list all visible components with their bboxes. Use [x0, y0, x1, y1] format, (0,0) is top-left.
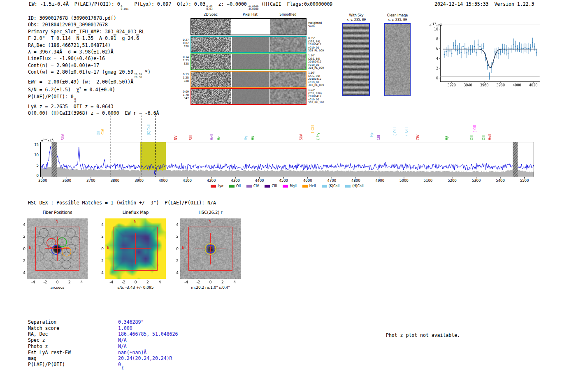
line-label-OIII: OIII	[482, 135, 486, 140]
spec2d-fiber-row-frame	[190, 36, 307, 53]
line-label-CIII: CIII	[377, 135, 381, 140]
cutout-ytick: 2	[17, 234, 26, 239]
main-xtick: 4600	[301, 179, 315, 183]
legend-swatch	[345, 185, 351, 188]
line-label-Hε: Hε	[217, 136, 221, 140]
clean-image-canvas	[385, 24, 410, 95]
match-row-7: P(LAE)/P(OII)000	[28, 360, 123, 371]
cutout-xtick: -4	[30, 280, 37, 284]
legend-swatch	[246, 185, 252, 188]
main-xtick: 4800	[349, 179, 363, 183]
info-line-5: λ = 3967.34Å σ = 3.98(±1.02)Å	[28, 49, 159, 55]
lineflux-east-label: E	[107, 246, 109, 250]
clean-image-frame	[384, 23, 411, 96]
clean-image-title: Clean Image	[383, 14, 412, 17]
fiber-positions-canvas	[27, 218, 88, 279]
main-xtick: 3800	[108, 179, 122, 183]
line-label-CIII: { CIII	[311, 125, 315, 134]
clean-image-coords: x, y: 235, 89	[383, 18, 412, 21]
legend-item: (H)CaII	[345, 184, 363, 188]
line-label-SiIV: SiIV	[300, 134, 303, 140]
cutout-ytick: 2	[170, 234, 179, 239]
weighted-sum-label: Weighted Sum	[308, 21, 322, 28]
line-label-OIII: OIII	[470, 135, 474, 140]
weighted-sum-line1: Weighted	[308, 21, 322, 25]
cutout-xtick: 4	[156, 280, 163, 284]
with-sky-coords: x, y: 235, 89	[341, 18, 371, 21]
main-xtick: 4900	[373, 179, 387, 183]
spec2d-header-2dspec: 2D Spec	[190, 13, 231, 16]
main-xtick: 5000	[397, 179, 411, 183]
line-label-OIII: { OIII	[393, 128, 397, 136]
cutout-xtick: 0	[54, 280, 61, 284]
legend-swatch	[211, 185, 216, 188]
lineflux-map-canvas	[105, 218, 166, 279]
line-label-Hβ: Hβ	[445, 136, 449, 140]
match-value: 20.24(20.24,20.24)R	[118, 355, 172, 361]
line-label-Hγ: Hγ	[244, 136, 248, 140]
line-legend: LyαOIICIVCIIIMgIIHeII(K)CaII(H)CaII	[40, 184, 534, 188]
cutout-ytick: 2	[95, 234, 104, 239]
legend-item: CIII	[265, 184, 277, 188]
legend-item: (K)CaII	[322, 184, 340, 188]
cutout-xtick: -2	[120, 280, 127, 284]
line-label-Hδ: Hδ	[251, 136, 255, 140]
match-value: 000	[118, 362, 123, 367]
cutout-ytick: -2	[170, 259, 179, 263]
with-sky-frame	[342, 23, 370, 96]
info-line-9: EWr = -2.00(±0.49) (w: -2.00(±0.50))Å	[28, 79, 159, 85]
fiber-row-annotation: 0.35"(235, 89)20180412v019_01303_RL_009	[308, 37, 324, 52]
cutout-ytick: -4	[95, 271, 104, 275]
cutout-xtick: 2	[66, 280, 73, 284]
main-xtick: 5100	[421, 179, 435, 183]
fit-plot-unit-label: e-17x2Å	[430, 22, 442, 27]
match-label: P(LAE)/P(OII)	[28, 362, 118, 367]
line-label-OII: OII	[97, 131, 100, 135]
sup-sub-stack: 0.030.03	[206, 5, 212, 11]
spec2d-fiber-canvas	[191, 72, 306, 87]
line-label-Hγ: { Hγ	[316, 133, 320, 140]
legend-swatch	[265, 185, 270, 188]
info-line-12: LyA z = 2.2635 OII z = 0.0643	[28, 103, 159, 110]
info-line-8: Cont(w) = 2.80(±0.01)e-17 (gmag 20.5920.…	[28, 69, 159, 79]
line-label-HeII: HeII	[488, 134, 492, 140]
info-line-1: Obs: 20180412v019_3090017678	[28, 21, 159, 28]
legend-swatch	[283, 185, 288, 188]
fiber-row-weights: 0.091.78347	[177, 90, 189, 100]
main-xtick: 3900	[132, 179, 146, 183]
cutout-xtick: 4	[231, 280, 238, 284]
cutout-ytick: 0	[17, 247, 26, 251]
match-value: 186.466785, 51.048626	[118, 331, 178, 337]
main-xtick: 4000	[156, 179, 170, 183]
legend-item: Lyα	[211, 184, 223, 188]
spec2d-weighted-row-frame	[190, 18, 307, 35]
hsc-east-label: E	[182, 246, 184, 250]
cutout-ytick: 4	[95, 223, 104, 227]
cutout-ytick: -4	[17, 271, 26, 275]
cutout-ytick: -2	[95, 259, 104, 263]
main-xtick: 5200	[445, 179, 459, 183]
fiber-row-weights: 0.142.23328	[177, 56, 189, 65]
info-line-0: ID: 3090017678 (3090017678.pdf)	[28, 15, 159, 21]
legend-item: HeII	[302, 184, 316, 188]
cutout-xtick: -4	[183, 280, 190, 284]
legend-item: MgII	[283, 184, 297, 188]
info-line-7: Cont(n) = 2.90(±0.00)e-17	[28, 62, 159, 69]
header-timestamp-version: 2024-12-14 15:35:33 Version 1.22.3	[434, 1, 534, 7]
line-label-(K)CaII: (K)CaII	[147, 124, 151, 135]
hsc-north-label: N	[209, 219, 211, 223]
sup-sub-stack: 00	[122, 366, 123, 371]
cutout-xtick: -2	[42, 280, 49, 284]
main-xtick: 5300	[469, 179, 483, 183]
sup-sub-stack: −0.0000−0.0000	[248, 5, 259, 11]
line-label-HeII: HeII	[210, 134, 214, 140]
fiber-row-weights: 0.270.82328	[177, 38, 189, 48]
fiber-row-annotation: 1.16"(235, 89)20180412v019_07303_RL_009	[308, 71, 324, 87]
elixer-report-page: EW: -1.5±-0.4Å P(LAE)/P(OII): 000.001 P(…	[0, 0, 576, 392]
cutout-ytick: 4	[17, 223, 26, 227]
legend-label: CIII	[272, 184, 277, 188]
spec2d-fiber-canvas	[191, 37, 306, 52]
main-xtick: 3600	[60, 179, 74, 183]
lineflux-map-title: Lineflux Map	[105, 210, 166, 215]
line-label-SiII: SiII	[189, 135, 193, 140]
